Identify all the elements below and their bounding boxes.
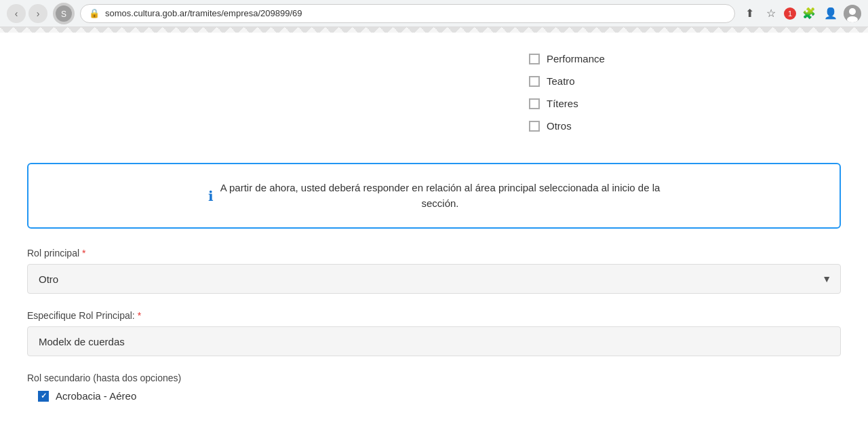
back-button[interactable]: ‹ [7,4,26,23]
rol-principal-section: Rol principal * Otro ▼ [27,248,841,294]
checkbox-teatro-label: Teatro [547,75,575,87]
url-text[interactable]: somos.cultura.gob.ar/tramites/empresa/20… [105,8,302,18]
share-icon[interactable]: ⬆ [741,5,758,22]
lock-icon: 🔒 [89,8,100,18]
forward-button[interactable]: › [28,4,47,23]
checkbox-titeres-input[interactable] [529,98,540,109]
browser-toolbar: ⬆ ☆ 1 🧩 👤 [741,5,861,22]
checkbox-teatro-input[interactable] [529,76,540,87]
svg-point-3 [849,8,856,15]
profile-icon[interactable]: 👤 [822,5,840,22]
rol-principal-select[interactable]: Otro [27,264,841,294]
checkbox-otros[interactable]: Otros [529,120,827,132]
acrobacia-checkbox-label: Acrobacia - Aéreo [56,390,136,402]
acrobacia-checkbox-input[interactable] [38,391,49,402]
especifique-rol-input[interactable] [27,326,841,356]
checkbox-teatro[interactable]: Teatro [529,75,827,87]
checkbox-titeres[interactable]: Títeres [529,98,827,109]
checkboxes-section: Performance Teatro Títeres Otros [27,53,841,142]
address-bar[interactable]: 🔒 somos.cultura.gob.ar/tramites/empresa/… [80,4,735,23]
extensions-icon[interactable]: 🧩 [800,5,818,22]
rol-secundario-section: Rol secundario (hasta dos opciones) Acro… [27,373,841,402]
rol-principal-label: Rol principal * [27,248,841,259]
required-indicator: * [82,248,85,259]
checkbox-otros-input[interactable] [529,121,540,132]
user-avatar[interactable] [844,5,861,22]
checkbox-otros-label: Otros [547,120,572,132]
checkbox-performance-label: Performance [547,53,605,64]
especifique-rol-section: Especifique Rol Principal: * [27,310,841,356]
info-banner-text: A partir de ahora, usted deberá responde… [220,180,660,211]
info-icon: ℹ [208,188,214,204]
notification-count: 1 [784,7,796,20]
bookmark-icon[interactable]: ☆ [762,5,780,22]
site-logo: S [53,3,75,24]
especifique-required-indicator: * [138,310,141,321]
notification-badge[interactable]: 1 [784,7,796,20]
browser-chrome: ‹ › S 🔒 somos.cultura.gob.ar/tramites/em… [0,0,868,27]
checkbox-titeres-label: Títeres [547,98,578,109]
rol-secundario-label: Rol secundario (hasta dos opciones) [27,373,841,383]
rol-principal-select-wrapper: Otro ▼ [27,264,841,294]
page-content: Performance Teatro Títeres Otros ℹ A par… [0,39,868,439]
checkbox-performance-input[interactable] [529,54,540,64]
svg-text:S: S [61,9,66,19]
especifique-rol-label: Especifique Rol Principal: * [27,310,841,321]
info-banner: ℹ A partir de ahora, usted deberá respon… [27,163,841,229]
nav-buttons[interactable]: ‹ › [7,4,47,23]
top-banner [0,27,868,33]
acrobacia-checkbox-item[interactable]: Acrobacia - Aéreo [27,390,841,402]
checkbox-performance[interactable]: Performance [529,53,827,64]
